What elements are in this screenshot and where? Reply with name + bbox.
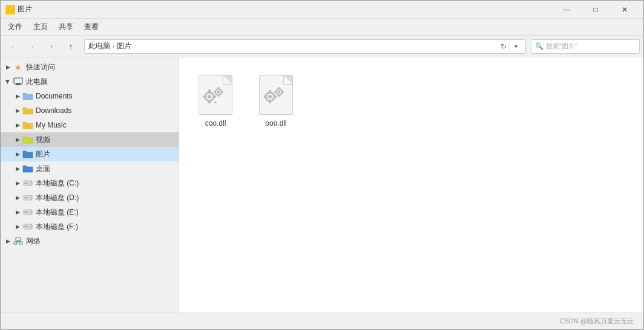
folder-icon	[5, 5, 15, 15]
refresh-button[interactable]: ↻	[498, 40, 510, 53]
svg-text:↓: ↓	[27, 109, 29, 114]
svg-rect-34	[218, 95, 220, 97]
drive-c-icon	[22, 178, 33, 189]
svg-text:♪: ♪	[27, 123, 29, 129]
expand-network[interactable]: ▶	[3, 236, 13, 246]
svg-rect-30	[214, 101, 217, 103]
svg-rect-6	[24, 183, 28, 184]
gear-icon-ooo	[264, 86, 288, 109]
menu-file[interactable]: 文件	[3, 20, 27, 34]
sidebar-item-documents[interactable]: ▶ Documents	[1, 89, 179, 103]
video-icon	[22, 134, 33, 145]
svg-rect-1	[16, 83, 21, 85]
minimize-button[interactable]: —	[553, 1, 580, 19]
expand-drive-e[interactable]: ▶	[13, 207, 22, 217]
expand-music[interactable]: ▶	[13, 120, 22, 130]
sidebar-item-drive-d[interactable]: ▶ 本地磁盘 (D:)	[1, 190, 179, 205]
title-bar: 图片 — □ ✕	[1, 1, 643, 19]
dll-icon-coo	[199, 75, 232, 115]
forward-button[interactable]: ›	[24, 38, 41, 55]
breadcrumb-pictures[interactable]: 图片	[117, 41, 131, 51]
sidebar-item-my-music[interactable]: ▶ ♪ My Music	[1, 118, 179, 132]
menu-bar: 文件 主页 共享 查看	[1, 19, 643, 36]
file-icon-ooo	[257, 73, 295, 117]
expand-downloads[interactable]: ▶	[13, 106, 22, 115]
breadcrumb-sep-1: ›	[113, 43, 114, 50]
search-bar[interactable]: 🔍 搜索"图片"	[531, 39, 640, 54]
up-button[interactable]: ↑	[62, 38, 79, 55]
expand-this-pc[interactable]: ▶	[3, 77, 13, 86]
network-icon	[13, 236, 24, 247]
pictures-icon	[22, 149, 33, 160]
sidebar-label-downloads: Downloads	[36, 106, 71, 115]
file-item-ooo-dll[interactable]: ooo.dll	[252, 70, 300, 131]
svg-rect-9	[24, 197, 28, 198]
expand-pictures[interactable]: ▶	[13, 149, 22, 159]
drive-f-icon	[22, 221, 33, 232]
svg-rect-2	[15, 85, 22, 85]
file-name-ooo: ooo.dll	[265, 119, 286, 128]
recent-button[interactable]: ▾	[43, 38, 60, 55]
sidebar-item-desktop[interactable]: ▶ 桌面	[1, 161, 179, 176]
menu-view[interactable]: 查看	[79, 20, 104, 34]
expand-desktop[interactable]: ▶	[13, 164, 22, 173]
svg-rect-46	[278, 95, 280, 97]
menu-share[interactable]: 共享	[54, 20, 78, 34]
svg-rect-27	[203, 95, 205, 98]
menu-home[interactable]: 主页	[28, 20, 53, 34]
sidebar-item-network[interactable]: ▶ 网络	[1, 234, 179, 248]
svg-rect-15	[24, 226, 28, 227]
dll-icon-ooo	[259, 75, 293, 115]
search-placeholder: 搜索"图片"	[546, 42, 577, 51]
maximize-button[interactable]: □	[582, 1, 610, 19]
address-bar[interactable]: 此电脑 › 图片 ↻ ▾	[84, 39, 526, 54]
svg-line-22	[18, 241, 21, 242]
svg-rect-28	[214, 95, 216, 98]
svg-rect-17	[16, 238, 21, 241]
svg-rect-26	[208, 101, 211, 103]
svg-point-38	[268, 95, 272, 99]
svg-rect-19	[19, 242, 22, 244]
expand-drive-c[interactable]: ▶	[13, 178, 22, 188]
svg-rect-45	[278, 87, 280, 89]
svg-point-24	[208, 95, 211, 99]
watermark-text: CSDN @随风万里云无云	[560, 317, 634, 326]
breadcrumb-computer[interactable]: 此电脑	[88, 41, 110, 51]
sidebar-item-drive-c[interactable]: ▶ 本地磁盘 (C:)	[1, 176, 179, 190]
svg-rect-41	[264, 95, 266, 98]
computer-icon	[13, 76, 24, 87]
gear-icon-coo	[203, 86, 228, 109]
sidebar-item-videos[interactable]: ▶ 视频	[1, 132, 179, 147]
breadcrumb: 此电脑 › 图片	[88, 41, 498, 51]
svg-point-44	[278, 91, 281, 94]
expand-documents[interactable]: ▶	[13, 91, 22, 101]
back-button[interactable]: ‹	[4, 38, 21, 55]
search-icon: 🔍	[535, 42, 544, 50]
sidebar-label-videos: 视频	[36, 135, 50, 145]
sidebar-item-downloads[interactable]: ▶ ↓ Downloads	[1, 103, 179, 118]
svg-rect-47	[274, 91, 276, 93]
sidebar-item-pictures[interactable]: ▶ 图片	[1, 147, 179, 161]
window-title: 图片	[18, 4, 32, 15]
close-button[interactable]: ✕	[611, 1, 639, 19]
file-item-coo-dll[interactable]: coo.dll	[191, 70, 240, 131]
sidebar-item-drive-f[interactable]: ▶ 本地磁盘 (F:)	[1, 219, 179, 234]
address-dropdown[interactable]: ▾	[510, 39, 522, 54]
sidebar-item-drive-e[interactable]: ▶ 本地磁盘 (E:)	[1, 205, 179, 219]
music-icon: ♪	[22, 120, 33, 131]
drive-e-icon	[22, 207, 33, 218]
expand-drive-d[interactable]: ▶	[13, 193, 22, 202]
expand-quick-access[interactable]: ▶	[3, 62, 13, 72]
content-area: coo.dll	[179, 57, 643, 312]
svg-line-21	[16, 241, 19, 242]
sidebar-item-this-pc[interactable]: ▶ 此电脑	[1, 74, 179, 89]
folder-docs-icon	[22, 91, 33, 102]
window-controls: — □ ✕	[553, 1, 639, 19]
svg-rect-39	[269, 90, 271, 92]
expand-drive-f[interactable]: ▶	[13, 222, 22, 231]
svg-rect-12	[24, 212, 28, 213]
svg-rect-36	[222, 91, 223, 93]
expand-videos[interactable]: ▶	[13, 135, 22, 144]
sidebar-item-quick-access[interactable]: ▶ ★ 快速访问	[1, 60, 179, 74]
drive-d-icon	[22, 192, 33, 203]
